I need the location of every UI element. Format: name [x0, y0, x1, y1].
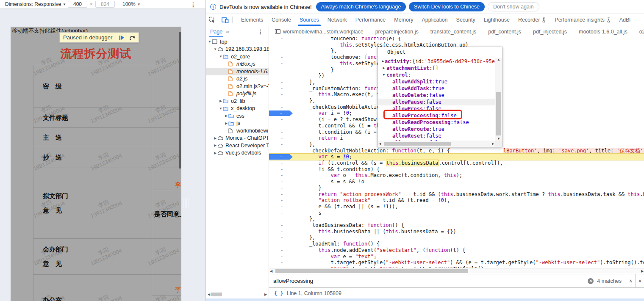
- scrollbar-thumb[interactable]: [211, 293, 222, 296]
- line-gutter[interactable]: -: [269, 210, 294, 216]
- pretty-print-icon[interactable]: { }: [274, 290, 283, 296]
- chevron-closed-icon[interactable]: ▶: [224, 114, 228, 118]
- page-scrollbar[interactable]: [179, 32, 181, 168]
- dimensions-select[interactable]: Dimensions: Responsive: [5, 1, 61, 7]
- tree-item-o2-min-js-v-7[interactable]: o2.min.js?v=-7: [206, 83, 269, 90]
- scroll-left-icon[interactable]: ◀: [207, 293, 211, 296]
- tree-item-o2-core[interactable]: ▼o2_core: [206, 53, 269, 61]
- line-gutter[interactable]: -: [269, 247, 294, 254]
- line-gutter[interactable]: -: [269, 73, 294, 79]
- file-tab[interactable]: mootools-1.6.0_all.js: [573, 29, 633, 35]
- line-gutter[interactable]: -: [269, 216, 294, 222]
- form-value-cell[interactable]: [152, 108, 181, 127]
- form-value-cell[interactable]: 李四(2: [152, 275, 181, 301]
- scrollbar-thumb[interactable]: [496, 92, 501, 135]
- tree-item-top[interactable]: ▼top: [206, 38, 269, 46]
- line-gutter[interactable]: -: [269, 222, 294, 229]
- chevron-closed-icon[interactable]: ▶: [213, 144, 217, 147]
- chevron-open-icon[interactable]: ▼: [213, 47, 217, 51]
- search-input[interactable]: [273, 278, 588, 284]
- tree-item-react-developer-to[interactable]: ▶React Developer To: [206, 142, 269, 149]
- line-gutter[interactable]: -: [269, 116, 294, 123]
- line-gutter[interactable]: -: [269, 129, 294, 135]
- tree-item-polyfill-js[interactable]: polyfill.js: [206, 90, 269, 98]
- next-match-button[interactable]: ∨: [635, 274, 644, 288]
- chevron-closed-icon[interactable]: ▶: [213, 151, 217, 155]
- chevron-open-icon[interactable]: ▼: [219, 55, 223, 58]
- form-value-cell[interactable]: 李四(2是否同意上门: [152, 168, 181, 238]
- line-gutter[interactable]: -: [269, 148, 294, 154]
- resume-script-button[interactable]: [116, 33, 127, 42]
- expand-open-icon[interactable]: ▼: [381, 72, 386, 78]
- tree-item-192-168-33-198-182[interactable]: ▼192.168.33.198:182: [206, 46, 269, 53]
- form-value-cell[interactable]: [152, 128, 181, 147]
- line-gutter[interactable]: -: [269, 86, 294, 92]
- line-gutter[interactable]: -: [269, 123, 294, 129]
- pane-resize-handle[interactable]: [184, 198, 188, 208]
- tab-performance[interactable]: Performance: [351, 14, 390, 26]
- tab-memory[interactable]: Memory: [390, 14, 417, 26]
- device-toolbar-menu-icon[interactable]: ⋮: [190, 1, 196, 8]
- previous-match-button[interactable]: ∧: [626, 274, 635, 288]
- file-tab[interactable]: o2.js: [633, 29, 644, 35]
- toggle-device-toolbar-icon[interactable]: [219, 14, 231, 26]
- line-gutter[interactable]: -: [269, 204, 294, 210]
- line-gutter[interactable]: -: [269, 37, 294, 42]
- scroll-right-icon[interactable]: ▶: [264, 293, 268, 296]
- tab-adbl[interactable]: AdBl: [615, 14, 635, 26]
- file-tab[interactable]: pdf_content.js: [482, 29, 527, 35]
- chevron-closed-icon[interactable]: ▶: [224, 122, 228, 125]
- chevron-open-icon[interactable]: ▼: [219, 107, 223, 110]
- scroll-right-icon[interactable]: ▶: [640, 269, 644, 273]
- tree-item-mbox-js[interactable]: mBox.js: [206, 61, 269, 68]
- inspect-element-icon[interactable]: [206, 14, 219, 26]
- clear-search-icon[interactable]: ✕: [588, 278, 594, 284]
- navigator-menu-icon[interactable]: ⋮: [258, 28, 264, 35]
- line-gutter[interactable]: -: [269, 179, 294, 185]
- tab-elements[interactable]: Elements: [237, 14, 267, 26]
- line-gutter[interactable]: -: [269, 104, 294, 110]
- source-editor[interactable]: - touchend: function(e) {- this.setStyle…: [269, 37, 644, 268]
- line-gutter[interactable]: -: [269, 260, 294, 266]
- match-language-button[interactable]: Always match Chrome's language: [316, 2, 406, 11]
- tab-network[interactable]: Network: [323, 14, 351, 26]
- file-tab[interactable]: prepareInjection.js: [369, 29, 425, 35]
- tree-item-workmobilewi[interactable]: workmobilewi: [206, 127, 269, 135]
- file-tab[interactable]: workmobilewitha...stom.workplace: [269, 29, 369, 35]
- line-gutter[interactable]: -: [269, 54, 294, 61]
- line-gutter[interactable]: -: [269, 141, 294, 148]
- line-gutter[interactable]: -: [269, 98, 294, 104]
- switch-to-chinese-button[interactable]: Switch DevTools to Chinese: [409, 2, 485, 11]
- tab-application[interactable]: Application: [417, 14, 452, 26]
- line-gutter[interactable]: -: [269, 166, 294, 173]
- tree-item-monica-chatgpt4[interactable]: ▶Monica - ChatGPT4: [206, 135, 269, 142]
- device-width-input[interactable]: [68, 1, 87, 8]
- tab-console[interactable]: Console: [267, 14, 295, 26]
- form-value-cell[interactable]: [152, 239, 181, 274]
- tree-item-o2-js[interactable]: o2.js: [206, 75, 269, 83]
- line-gutter[interactable]: -: [269, 229, 294, 235]
- file-tab[interactable]: pdf_injected.js: [527, 29, 573, 35]
- tab-security[interactable]: Security: [452, 14, 480, 26]
- tree-item-o2-lib[interactable]: ▶o2_lib: [206, 97, 269, 105]
- step-over-button[interactable]: [127, 33, 138, 42]
- more-tabs-icon[interactable]: »: [226, 28, 229, 35]
- line-gutter[interactable]: -: [269, 185, 294, 191]
- popup-vertical-scrollbar[interactable]: ▲ ▼: [495, 58, 502, 141]
- tab-recorder[interactable]: Recorder: [514, 14, 550, 26]
- tab-sources[interactable]: Sources: [295, 14, 323, 26]
- tab-performance-insights[interactable]: Performance insights: [550, 14, 615, 26]
- device-height-input[interactable]: [95, 1, 115, 8]
- line-gutter[interactable]: -: [269, 48, 294, 54]
- line-gutter[interactable]: -: [269, 135, 294, 141]
- tree-item-x-desktop[interactable]: ▼x_desktop: [206, 105, 269, 113]
- scroll-left-icon[interactable]: ◀: [269, 269, 273, 273]
- zoom-select[interactable]: 100%: [122, 1, 136, 7]
- tab-page[interactable]: Page: [210, 26, 222, 37]
- editor-horizontal-scrollbar[interactable]: ◀ ▶: [269, 268, 644, 274]
- form-value-cell[interactable]: [152, 65, 181, 107]
- tree-item-css[interactable]: ▶css: [206, 112, 269, 120]
- breakpoint-marker[interactable]: -: [269, 154, 293, 160]
- line-gutter[interactable]: -: [269, 61, 294, 67]
- form-value-cell[interactable]: [152, 147, 181, 168]
